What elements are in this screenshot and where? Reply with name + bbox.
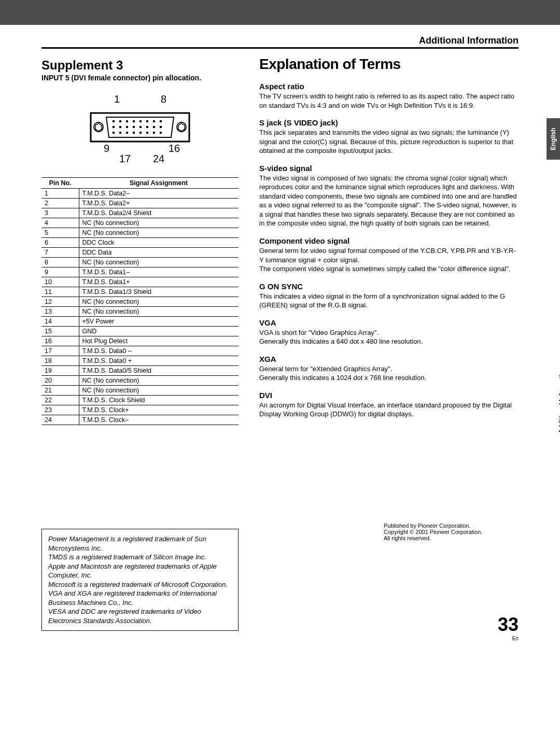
table-row: 12NC (No connection) [41,297,239,307]
table-row: 5NC (No connection) [41,228,239,238]
pin-signal: T.M.D.S. Data0 + [79,356,239,366]
pin-signal: T.M.D.S. Data0/5 Shield [79,366,239,376]
pin-signal: T.M.D.S. Clock+ [79,405,239,415]
pin-label-17: 17 [119,153,131,164]
side-section-label: Additional Information [558,367,560,433]
pin-no: 24 [41,415,79,425]
dvi-connector-diagram: 1 8 9 17 24 16 [31,92,249,167]
pin-no: 19 [41,366,79,376]
pin-signal: +5V Power [79,317,239,327]
svg-rect-21 [113,132,115,134]
pin-no: 9 [41,267,79,277]
pin-signal: T.M.D.S. Data1/3 Shield [79,287,239,297]
top-bar [0,0,560,25]
pin-no: 21 [41,386,79,396]
pin-label-8: 8 [161,93,166,105]
table-row: 3T.M.D.S. Data2/4 Shield [41,208,239,218]
svg-marker-4 [178,123,185,131]
pin-no: 7 [41,248,79,258]
pin-signal: Hot Plug Detect [79,336,239,346]
pin-no: 4 [41,218,79,228]
pin-signal: NC (No connection) [79,228,239,238]
table-row: 22T.M.D.S. Clock Shield [41,396,239,405]
term-body: This jack separates and transmits the vi… [259,128,519,156]
language-tab: English [547,118,560,160]
pin-no: 15 [41,327,79,336]
table-row: 9T.M.D.S. Data1– [41,267,239,277]
term-heading: Aspect ratio [259,82,519,91]
svg-rect-7 [126,120,128,122]
table-row: 2T.M.D.S. Data2+ [41,199,239,208]
pin-no: 2 [41,199,79,208]
pin-table-head-no: Pin No. [41,178,79,189]
svg-rect-16 [133,126,135,128]
svg-rect-9 [139,120,142,122]
term-heading: XGA [259,355,519,363]
table-row: 17T.M.D.S. Data0 – [41,346,239,356]
section-header: Additional Information [41,35,519,49]
term-body: General term for video signal format com… [259,246,519,274]
pin-signal: T.M.D.S. Clock Shield [79,396,239,405]
term-heading: VGA [259,318,519,327]
pin-label-16: 16 [169,143,180,154]
svg-rect-10 [146,120,148,122]
table-row: 11T.M.D.S. Data1/3 Shield [41,287,239,297]
table-row: 6DDC Clock [41,238,239,248]
pin-no: 23 [41,405,79,415]
pin-no: 10 [41,277,79,287]
pin-signal: NC (No connection) [79,218,239,228]
svg-rect-28 [160,132,162,134]
term-heading: DVI [259,391,519,400]
pin-signal: T.M.D.S. Data1+ [79,277,239,287]
page-number-lang: En [498,636,519,641]
table-row: 7DDC Data [41,248,239,258]
pin-no: 13 [41,307,79,317]
table-row: 15GND [41,327,239,336]
pin-no: 17 [41,346,79,356]
svg-rect-17 [139,126,142,128]
pin-table: Pin No. Signal Assignment 1T.M.D.S. Data… [41,177,239,425]
trademarks-box: Power Management is a registered tradema… [41,529,239,631]
supplement-title: Supplement 3 [41,58,239,73]
pin-no: 18 [41,356,79,366]
pin-no: 1 [41,189,79,199]
pin-no: 6 [41,238,79,248]
pin-signal: NC (No connection) [79,297,239,307]
right-column: Explanation of Terms Aspect ratioThe TV … [259,54,519,631]
pin-signal: T.M.D.S. Data2– [79,189,239,199]
term-heading: Component video signal [259,236,519,245]
table-row: 24T.M.D.S. Clock– [41,415,239,425]
svg-rect-25 [139,132,142,134]
table-row: 10T.M.D.S. Data1+ [41,277,239,287]
left-column: Supplement 3 INPUT 5 (DVI female connect… [41,54,239,631]
table-row: 13NC (No connection) [41,307,239,317]
term-body: An acronym for Digital Visual Interface,… [259,401,519,419]
term-body: VGA is short for "Video Graphics Array".… [259,328,519,346]
table-row: 18T.M.D.S. Data0 + [41,356,239,366]
page: English Additional Information Additiona… [0,25,560,652]
pin-signal: NC (No connection) [79,258,239,267]
term-heading: S-video signal [259,164,519,173]
svg-rect-24 [133,132,135,134]
table-row: 16Hot Plug Detect [41,336,239,346]
pin-signal: T.M.D.S. Data2/4 Shield [79,208,239,218]
svg-marker-2 [95,123,102,131]
table-row: 14+5V Power [41,317,239,327]
publisher-info: Published by Pioneer Corporation. Copyri… [384,523,519,541]
term-heading: S jack (S VIDEO jack) [259,118,519,127]
table-row: 8NC (No connection) [41,258,239,267]
pin-no: 11 [41,287,79,297]
term-body: The TV screen's width to height ratio is… [259,92,519,110]
pin-label-24: 24 [153,153,164,164]
terms-title: Explanation of Terms [259,56,519,73]
pin-label-1: 1 [114,93,120,105]
pin-signal: T.M.D.S. Data0 – [79,346,239,356]
svg-rect-26 [146,132,148,134]
pin-signal: T.M.D.S. Clock– [79,415,239,425]
pin-no: 12 [41,297,79,307]
page-number: 33 En [498,614,519,641]
pin-table-head-signal: Signal Assignment [79,178,239,189]
pin-signal: NC (No connection) [79,376,239,386]
pin-no: 20 [41,376,79,386]
pin-signal: T.M.D.S. Data1– [79,267,239,277]
